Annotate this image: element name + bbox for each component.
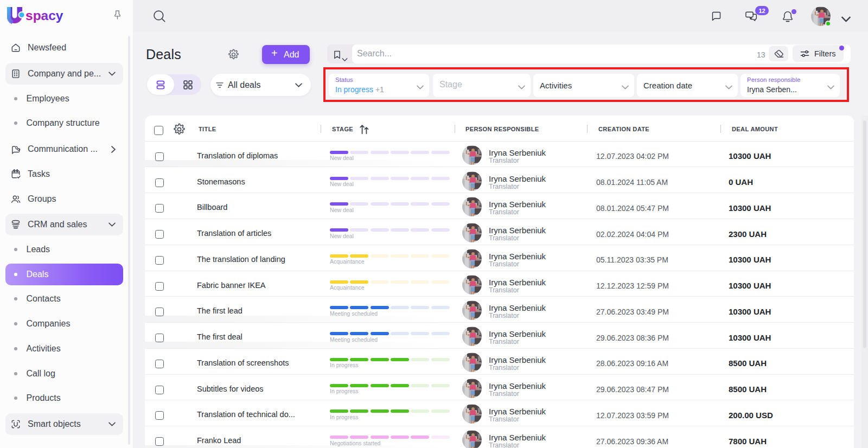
svg-text:spacy: spacy (25, 8, 63, 23)
